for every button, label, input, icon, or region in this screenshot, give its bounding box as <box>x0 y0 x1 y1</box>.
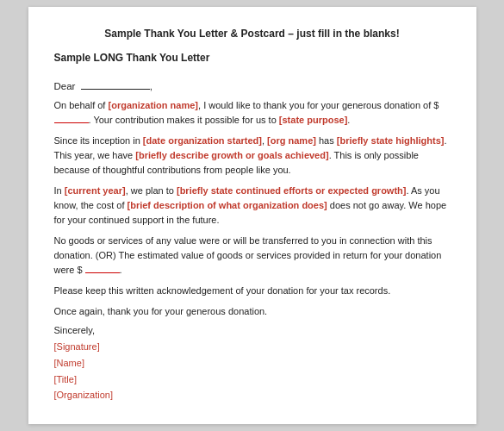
dear-label: Dear <box>54 81 76 91</box>
salutation-line: Dear , <box>54 79 451 91</box>
paragraph-4: No goods or services of any value were o… <box>54 234 451 278</box>
paragraph-5: Please keep this written acknowledgement… <box>54 284 451 298</box>
name-blank <box>81 79 150 90</box>
p2-date: [date organization started] <box>143 135 262 146</box>
section-title: Sample LONG Thank You Letter <box>54 52 451 64</box>
p4-end: . <box>120 265 122 275</box>
p1-end: . <box>347 115 350 125</box>
p2-highlights: [briefly state highlights] <box>337 135 445 146</box>
name-line: [Name] <box>54 355 451 372</box>
title-line: [Title] <box>54 372 451 388</box>
p3-desc: [brief description of what organization … <box>128 200 327 210</box>
p3-mid1: , we plan to <box>126 185 177 196</box>
p1-mid: , I would like to thank you for your gen… <box>198 100 439 110</box>
p2-mid2: has <box>316 135 337 146</box>
paragraph-2: Since its inception in [date organizatio… <box>54 134 451 178</box>
paragraph-6: Once again, thank you for your generous … <box>54 304 451 319</box>
letter-page: Sample Thank You Letter & Postcard – jus… <box>28 7 476 424</box>
p2-org: [org name] <box>267 135 316 146</box>
p2-start: Since its inception in <box>54 135 143 146</box>
donation-blank <box>54 113 89 123</box>
organization-line: [Organization] <box>54 387 451 403</box>
closing: Sincerely, <box>54 325 451 335</box>
p3-year: [current year] <box>65 185 126 196</box>
p1-before: On behalf of <box>54 100 109 110</box>
p2-goals: [briefly describe growth or goals achiev… <box>135 150 328 160</box>
p1-org: [organization name] <box>109 100 199 110</box>
signature-block: [Signature] [Name] [Title] [Organization… <box>54 339 451 403</box>
signature-line: [Signature] <box>54 339 451 355</box>
p3-efforts: [briefly state continued efforts or expe… <box>177 185 406 196</box>
page-title: Sample Thank You Letter & Postcard – jus… <box>54 28 451 40</box>
p3-start: In <box>54 185 65 196</box>
p1-purpose: [state purpose] <box>279 115 347 125</box>
value-blank <box>85 263 120 273</box>
paragraph-1: On behalf of [organization name], I woul… <box>54 98 451 128</box>
p1-after: . Your contribution makes it possible fo… <box>89 115 279 125</box>
paragraph-3: In [current year], we plan to [briefly s… <box>54 184 451 228</box>
